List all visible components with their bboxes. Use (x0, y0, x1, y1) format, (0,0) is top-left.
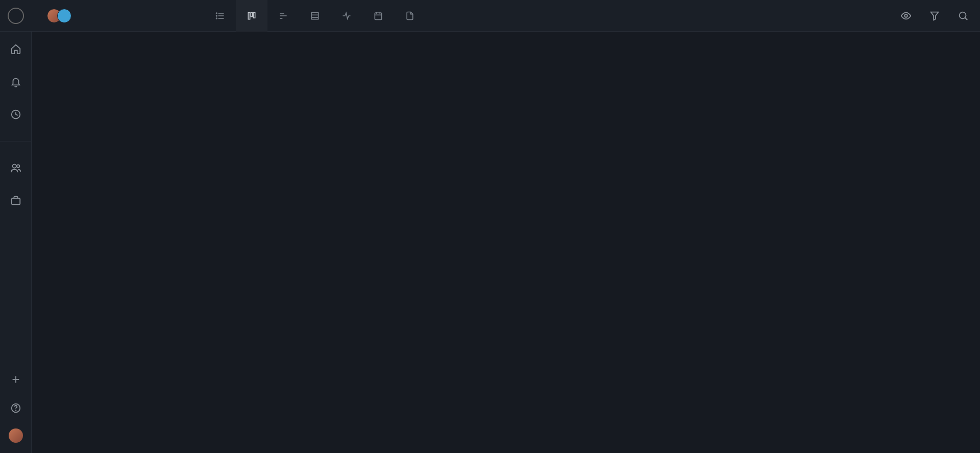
rail-separator (0, 141, 31, 141)
activity-icon (341, 11, 352, 21)
nav-notifications[interactable] (8, 74, 24, 90)
view-tabs (204, 0, 426, 32)
nav-help[interactable] (8, 400, 24, 416)
calendar-icon (373, 11, 383, 21)
view-docs[interactable] (394, 0, 426, 32)
header-right (900, 10, 980, 21)
avatar[interactable] (57, 9, 71, 23)
filter-button[interactable] (929, 10, 940, 21)
search-button[interactable] (958, 10, 969, 21)
title-section (32, 9, 71, 23)
kanban-board[interactable] (32, 32, 980, 453)
app-logo-text (8, 8, 24, 24)
view-gantt[interactable] (267, 0, 299, 32)
svg-rect-7 (251, 12, 252, 16)
view-activity[interactable] (331, 0, 362, 32)
title-avatars[interactable] (51, 9, 71, 23)
svg-marker-20 (931, 12, 939, 20)
view-table[interactable] (299, 0, 331, 32)
user-avatar[interactable] (9, 428, 23, 443)
table-icon (310, 11, 320, 21)
svg-rect-8 (253, 12, 255, 18)
bell-icon (10, 76, 21, 87)
view-board[interactable] (236, 0, 267, 32)
nav-home[interactable] (8, 41, 24, 57)
briefcase-icon (10, 195, 21, 206)
svg-point-30 (15, 410, 16, 411)
svg-point-3 (216, 13, 217, 14)
svg-point-5 (216, 18, 217, 19)
nav-recent[interactable] (8, 106, 24, 123)
board-icon (247, 11, 257, 21)
svg-point-25 (16, 165, 19, 168)
svg-rect-12 (311, 12, 318, 19)
doc-icon (405, 11, 415, 21)
svg-rect-6 (248, 12, 250, 19)
nav-projects[interactable] (8, 193, 24, 209)
filter-icon (929, 10, 940, 21)
svg-point-19 (904, 14, 908, 17)
nav-team[interactable] (8, 160, 24, 176)
home-icon (10, 43, 21, 55)
svg-point-21 (960, 12, 966, 18)
view-list[interactable] (204, 0, 236, 32)
view-calendar[interactable] (362, 0, 394, 32)
help-icon (10, 402, 21, 414)
body (0, 32, 980, 453)
eye-icon (900, 10, 912, 21)
gantt-icon (278, 11, 288, 21)
clock-icon (10, 109, 21, 120)
side-rail (0, 32, 32, 453)
visibility-button[interactable] (900, 10, 912, 21)
rail-bottom (8, 371, 24, 453)
svg-line-22 (965, 17, 968, 20)
svg-rect-15 (375, 13, 381, 19)
svg-point-4 (216, 15, 217, 16)
svg-point-24 (12, 164, 16, 168)
plus-icon (10, 374, 21, 385)
svg-rect-26 (11, 198, 20, 204)
search-icon (958, 10, 969, 21)
top-header (0, 0, 980, 32)
people-icon (10, 162, 21, 174)
nav-add[interactable] (8, 371, 24, 388)
list-icon (215, 11, 225, 21)
app-logo[interactable] (0, 0, 32, 32)
